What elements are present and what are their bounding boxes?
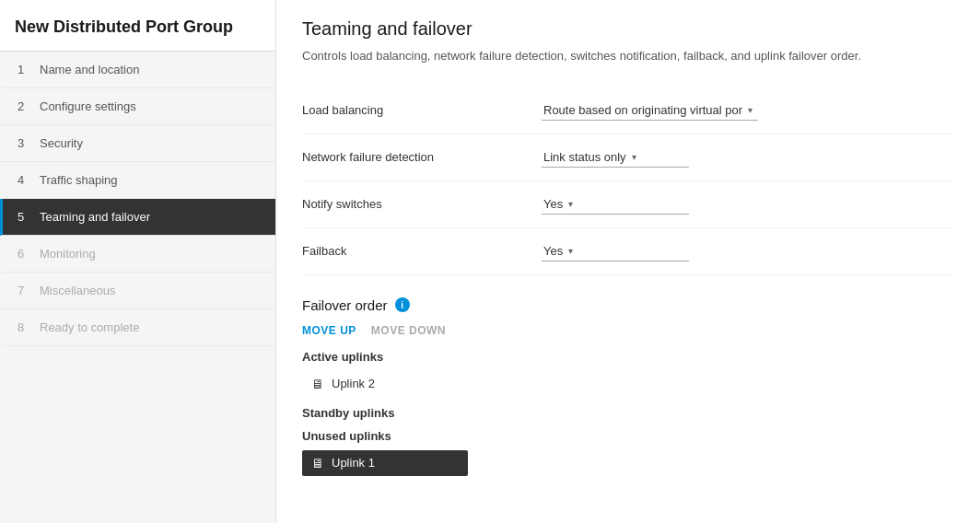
select-value: Yes bbox=[543, 244, 563, 258]
form-label: Network failure detection bbox=[302, 150, 542, 164]
sidebar-item-label: Traffic shaping bbox=[40, 173, 118, 187]
failover-actions: MOVE UP MOVE DOWN bbox=[302, 324, 954, 337]
select-value: Route based on originating virtual por bbox=[543, 103, 742, 117]
step-number: 8 bbox=[18, 320, 30, 334]
form-row-notify-switches: Notify switches Yes ▾ bbox=[302, 181, 954, 228]
step-number: 4 bbox=[18, 173, 30, 187]
select-failback[interactable]: Yes ▾ bbox=[542, 241, 689, 262]
uplink-item-uplink2[interactable]: 🖥 Uplink 2 bbox=[302, 371, 954, 397]
form-control: Route based on originating virtual por ▾ bbox=[542, 100, 758, 121]
form-label: Notify switches bbox=[302, 197, 542, 211]
step-number: 3 bbox=[18, 136, 30, 150]
sidebar-item-label: Teaming and failover bbox=[40, 210, 150, 224]
step-number: 2 bbox=[18, 99, 30, 113]
page-title: Teaming and failover bbox=[302, 18, 954, 40]
form-row-load-balancing: Load balancing Route based on originatin… bbox=[302, 87, 954, 134]
sidebar-item-label: Monitoring bbox=[40, 247, 96, 261]
move-up-button[interactable]: MOVE UP bbox=[302, 324, 356, 337]
page-description: Controls load balancing, network failure… bbox=[302, 47, 954, 65]
failover-order-section: Failover order i MOVE UP MOVE DOWN Activ… bbox=[302, 297, 954, 476]
sidebar-item-label: Security bbox=[40, 136, 83, 150]
chevron-down-icon: ▾ bbox=[568, 246, 573, 256]
sidebar-item-configure-settings[interactable]: 2Configure settings bbox=[0, 88, 275, 125]
form-control: Yes ▾ bbox=[542, 241, 689, 262]
uplink-name-selected: Uplink 1 bbox=[332, 456, 375, 470]
sidebar-item-label: Ready to complete bbox=[40, 320, 139, 334]
form-row-failback: Failback Yes ▾ bbox=[302, 228, 954, 275]
chevron-down-icon: ▾ bbox=[568, 199, 573, 209]
form-label: Failback bbox=[302, 244, 542, 258]
failover-groups: Active uplinks 🖥 Uplink 2 Standby uplink… bbox=[302, 350, 954, 476]
chevron-down-icon: ▾ bbox=[748, 105, 752, 115]
step-number: 1 bbox=[18, 63, 30, 76]
step-number: 6 bbox=[18, 247, 30, 261]
uplink-item-uplink1-selected[interactable]: 🖥 Uplink 1 bbox=[302, 450, 468, 476]
sidebar-item-ready-to-complete: 8Ready to complete bbox=[0, 309, 275, 346]
select-value: Yes bbox=[543, 197, 563, 211]
sidebar: New Distributed Port Group 1Name and loc… bbox=[0, 0, 276, 523]
main-content: Teaming and failover Controls load balan… bbox=[276, 0, 980, 523]
select-network-failure-detection[interactable]: Link status only ▾ bbox=[542, 147, 689, 168]
info-icon[interactable]: i bbox=[395, 297, 410, 312]
unused-uplinks-label: Unused uplinks bbox=[302, 429, 954, 443]
sidebar-item-label: Name and location bbox=[40, 63, 139, 76]
select-notify-switches[interactable]: Yes ▾ bbox=[542, 194, 689, 215]
sidebar-item-miscellaneous: 7Miscellaneous bbox=[0, 273, 275, 309]
move-down-button[interactable]: MOVE DOWN bbox=[371, 324, 446, 337]
form-label: Load balancing bbox=[302, 103, 542, 117]
failover-header: Failover order i bbox=[302, 297, 954, 313]
step-number: 7 bbox=[18, 284, 30, 297]
active-uplinks-label: Active uplinks bbox=[302, 350, 954, 364]
sidebar-title: New Distributed Port Group bbox=[0, 0, 275, 52]
select-load-balancing[interactable]: Route based on originating virtual por ▾ bbox=[542, 100, 758, 121]
chevron-down-icon: ▾ bbox=[632, 152, 636, 162]
uplink-icon: 🖥 bbox=[311, 377, 324, 391]
form-row-network-failure-detection: Network failure detection Link status on… bbox=[302, 134, 954, 181]
sidebar-item-label: Miscellaneous bbox=[40, 284, 115, 297]
sidebar-item-traffic-shaping[interactable]: 4Traffic shaping bbox=[0, 162, 275, 199]
sidebar-item-security[interactable]: 3Security bbox=[0, 125, 275, 162]
failover-title: Failover order bbox=[302, 297, 388, 313]
form-control: Link status only ▾ bbox=[542, 147, 689, 168]
sidebar-item-label: Configure settings bbox=[40, 99, 136, 113]
sidebar-item-name-and-location[interactable]: 1Name and location bbox=[0, 52, 275, 88]
form-fields: Load balancing Route based on originatin… bbox=[302, 87, 954, 275]
sidebar-nav: 1Name and location2Configure settings3Se… bbox=[0, 52, 275, 523]
standby-uplinks-label: Standby uplinks bbox=[302, 406, 954, 420]
sidebar-item-teaming-and-failover[interactable]: 5Teaming and failover bbox=[0, 199, 275, 236]
select-value: Link status only bbox=[543, 150, 626, 164]
step-number: 5 bbox=[18, 210, 30, 224]
uplink-icon-selected: 🖥 bbox=[311, 456, 324, 471]
form-control: Yes ▾ bbox=[542, 194, 689, 215]
uplink-name: Uplink 2 bbox=[332, 377, 375, 390]
sidebar-item-monitoring: 6Monitoring bbox=[0, 236, 275, 273]
